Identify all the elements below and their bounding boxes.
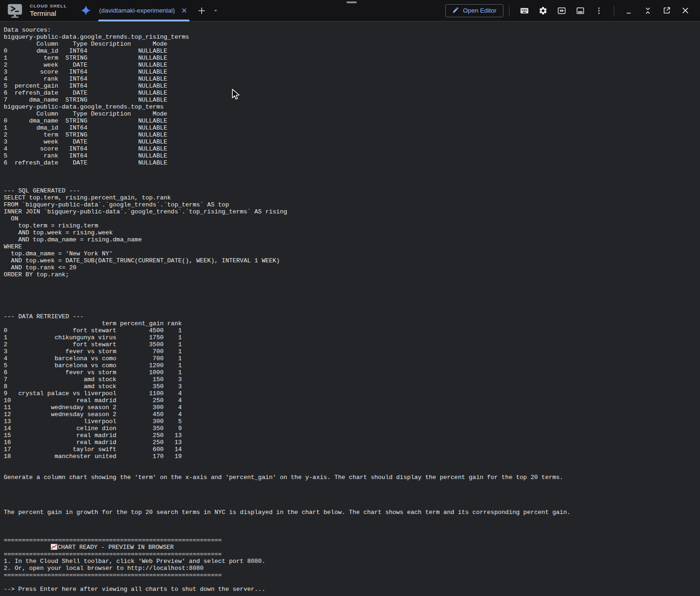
minimize-icon[interactable] bbox=[620, 1, 639, 20]
tab-list-caret-icon[interactable] bbox=[211, 6, 220, 15]
terminal-tab[interactable]: (davidtamaki-experimental) bbox=[99, 0, 188, 21]
terminal-title: Terminal bbox=[30, 10, 67, 18]
gemini-diamond-icon[interactable] bbox=[80, 5, 92, 16]
more-vertical-dots-icon[interactable] bbox=[590, 1, 608, 20]
window-controls-divider bbox=[614, 5, 614, 16]
header-right-toolbar: Open Editor bbox=[445, 1, 694, 20]
chart-increasing-emoji-icon bbox=[51, 544, 57, 550]
cloud-shell-logo-icon bbox=[6, 1, 24, 20]
cloud-shell-header: CLOUD SHELL Terminal (davidtamaki-experi… bbox=[0, 0, 700, 21]
chart-ready-indent bbox=[4, 544, 51, 551]
settings-gear-icon[interactable] bbox=[534, 1, 552, 20]
web-preview-icon[interactable] bbox=[552, 1, 571, 20]
open-editor-label: Open Editor bbox=[463, 7, 496, 14]
terminal-lines-bottom: ========================================… bbox=[4, 551, 265, 593]
open-editor-button[interactable]: Open Editor bbox=[445, 4, 503, 17]
cloud-shell-label: CLOUD SHELL bbox=[30, 4, 67, 8]
collapse-icon[interactable] bbox=[639, 1, 657, 20]
panel-layout-icon[interactable] bbox=[571, 1, 590, 20]
tab-close-icon[interactable] bbox=[180, 7, 188, 14]
edit-pencil-icon bbox=[452, 7, 459, 15]
terminal-output[interactable]: Data sources: bigquery-public-data.googl… bbox=[0, 22, 700, 596]
add-tab-plus-icon[interactable] bbox=[195, 4, 208, 17]
title-block: CLOUD SHELL Terminal bbox=[30, 4, 67, 18]
active-tab-underline bbox=[98, 20, 190, 21]
terminal-lines-top: Data sources: bigquery-public-data.googl… bbox=[4, 27, 571, 544]
open-in-new-icon[interactable] bbox=[657, 1, 676, 20]
drag-handle[interactable] bbox=[347, 1, 357, 3]
close-icon[interactable] bbox=[676, 1, 694, 20]
keyboard-icon[interactable] bbox=[515, 1, 534, 20]
chart-ready-label: CHART READY - PREVIEW IN BROWSER bbox=[57, 544, 174, 551]
chart-ready-line: CHART READY - PREVIEW IN BROWSER bbox=[4, 544, 174, 551]
toolbar-divider bbox=[509, 5, 510, 16]
tab-label: (davidtamaki-experimental) bbox=[99, 7, 175, 14]
